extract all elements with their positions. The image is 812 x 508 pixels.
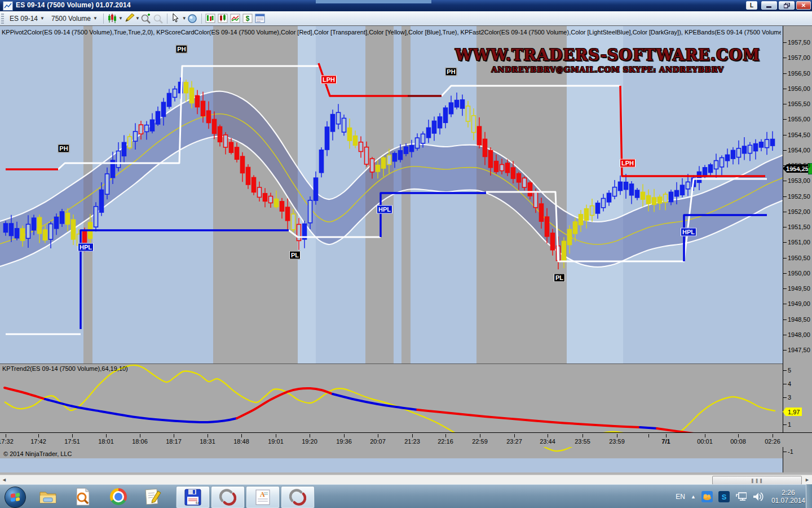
price-tick-label: 1952,00 — [788, 208, 810, 215]
pivot-label-pl: PL — [289, 251, 301, 260]
price-tick-label: 1954,50 — [788, 132, 810, 138]
price-axis[interactable]: 1954,25 1,97 -0,238 1957,501957,001956,5… — [783, 26, 812, 472]
chevron-down-icon: ▼ — [93, 16, 98, 21]
chart-area[interactable]: KPPivot2Color(ES 09-14 (7500 Volume),Tru… — [0, 26, 812, 472]
time-tick — [648, 434, 649, 437]
start-button[interactable] — [5, 487, 26, 508]
indicator-panel-label: KPTrend2(ES 09-14 (7500 Volume),64,19,10… — [2, 365, 128, 372]
svg-text:S: S — [722, 493, 727, 501]
time-tick — [548, 434, 548, 437]
skype-tray-icon[interactable]: S — [718, 491, 730, 502]
price-tick-dash — [783, 335, 787, 335]
network-tray-icon[interactable] — [735, 491, 747, 502]
weather-tray-icon[interactable] — [701, 491, 713, 502]
price-tick-label: 1956,00 — [788, 85, 810, 92]
time-label: 17:51 — [64, 438, 80, 445]
chart-trader-icon[interactable] — [205, 14, 216, 24]
show-desktop-button[interactable] — [806, 484, 812, 508]
chart-window-icon — [3, 1, 13, 11]
price-tick-dash — [783, 258, 787, 259]
saved-chart-taskbar-button[interactable]: 64 — [176, 486, 210, 508]
properties-form-icon[interactable] — [254, 14, 266, 24]
price-tick-dash — [783, 319, 787, 320]
chevron-down-icon[interactable]: ▼ — [135, 16, 140, 21]
pivot-label-lph: LPH — [321, 76, 337, 84]
time-label: 22:16 — [438, 438, 453, 445]
close-icon[interactable]: ✕ — [796, 1, 811, 10]
taskbar-clock[interactable]: 2:26 01.07.2014 — [771, 489, 805, 505]
price-tick-dash — [783, 181, 787, 181]
horizontal-scrollbar[interactable]: ◄ ❚❚❚ ► — [0, 475, 812, 485]
price-tick-dash — [783, 89, 787, 89]
notepad-taskbar-icon[interactable] — [143, 487, 164, 506]
time-label: 22:59 — [472, 438, 488, 445]
taskbar: 64 A EN ▲ S 2:26 — [0, 484, 812, 508]
market-analyzer-icon[interactable] — [217, 14, 228, 24]
draw-pencil-icon[interactable] — [123, 14, 135, 24]
time-tick — [514, 434, 515, 437]
chart-toolbar: ES 09-14 ▼ 7500 Volume ▼ ▼ ▼ ▼ — [0, 11, 812, 26]
panel-tick-label: 4 — [788, 380, 791, 387]
price-tick-dash — [783, 288, 787, 289]
time-tick — [310, 434, 310, 437]
data-box-icon[interactable] — [187, 14, 198, 24]
volume-tray-icon[interactable] — [752, 491, 764, 502]
zoom-out-icon[interactable] — [153, 14, 164, 24]
tray-expand-icon[interactable]: ▲ — [691, 494, 696, 500]
price-tick-dash — [783, 350, 787, 351]
cursor-icon[interactable] — [170, 14, 182, 24]
interval-selector[interactable]: 7500 Volume ▼ — [48, 14, 101, 24]
wordpad-taskbar-button[interactable]: A — [246, 486, 280, 508]
chart-style-icon[interactable] — [107, 14, 118, 24]
pivot-label-ph: PH — [58, 144, 69, 153]
panel-tick-label: 1 — [788, 421, 791, 428]
pivot-label-hpl: HPL — [377, 205, 392, 214]
panel-tick-label: -1 — [788, 448, 793, 455]
price-panel-canvas[interactable] — [0, 26, 783, 364]
ninjatrader-taskbar-button[interactable] — [211, 486, 245, 508]
minimize-button[interactable] — [761, 1, 777, 10]
price-tick-label: 1949,00 — [788, 300, 810, 307]
time-tick — [38, 434, 39, 437]
price-tick-label: 1955,50 — [788, 100, 810, 107]
time-tick — [140, 434, 140, 437]
chevron-down-icon[interactable]: ▼ — [118, 16, 123, 21]
instrument-selector[interactable]: ES 09-14 ▼ — [6, 14, 48, 24]
explorer-taskbar-icon[interactable] — [37, 487, 59, 506]
price-tick-label: 1952,50 — [788, 193, 810, 200]
price-tick-label: 1956,50 — [788, 70, 810, 77]
desktop: ES 09-14 (7500 Volume) 01.07.2014 L ✕ ES… — [0, 0, 812, 508]
search-taskbar-icon[interactable] — [72, 487, 94, 506]
time-tick — [344, 434, 345, 437]
watermark-site: WWW.TRADERS-SOFTWARE.COM — [455, 46, 760, 64]
account-dollar-icon[interactable]: $ — [242, 14, 253, 24]
background-window-edge — [316, 0, 431, 3]
link-button[interactable]: L — [746, 1, 757, 10]
restore-button[interactable] — [779, 1, 795, 10]
language-indicator[interactable]: EN — [676, 493, 685, 501]
time-label: 18:06 — [132, 438, 148, 445]
panel-tick-dash — [783, 424, 787, 425]
instrument-label: ES 09-14 — [10, 15, 38, 23]
time-tick — [582, 434, 583, 437]
time-tick — [445, 434, 446, 437]
window-title: ES 09-14 (7500 Volume) 01.07.2014 — [16, 1, 131, 9]
price-tick-label: 1950,50 — [788, 255, 810, 261]
watermark-contact: ANDREYBBRV@GMAIL.COM SKYPE: ANDREYBBRV — [455, 65, 760, 74]
ninjatrader-taskbar-button-2[interactable] — [281, 486, 315, 508]
pivot-label-hpl: HPL — [681, 228, 696, 237]
chrome-taskbar-icon[interactable] — [108, 487, 129, 506]
time-label: 19:20 — [302, 438, 317, 445]
price-tick-dash — [783, 273, 787, 274]
toolbar-grip[interactable] — [1, 14, 4, 24]
scrollbar-thumb[interactable]: ❚❚❚ — [712, 476, 802, 485]
window-titlebar[interactable]: ES 09-14 (7500 Volume) 01.07.2014 L ✕ — [0, 0, 812, 11]
scroll-right-icon[interactable]: ► — [805, 477, 810, 483]
zoom-in-icon[interactable] — [140, 14, 152, 24]
toolbar-separator — [201, 14, 202, 24]
chevron-down-icon[interactable]: ▼ — [182, 16, 187, 21]
scroll-left-icon[interactable]: ◄ — [2, 477, 7, 483]
price-tick-label: 1955,00 — [788, 116, 810, 122]
line-chart-icon[interactable] — [230, 14, 241, 24]
osc-value-badge: 1,97 — [783, 408, 802, 416]
